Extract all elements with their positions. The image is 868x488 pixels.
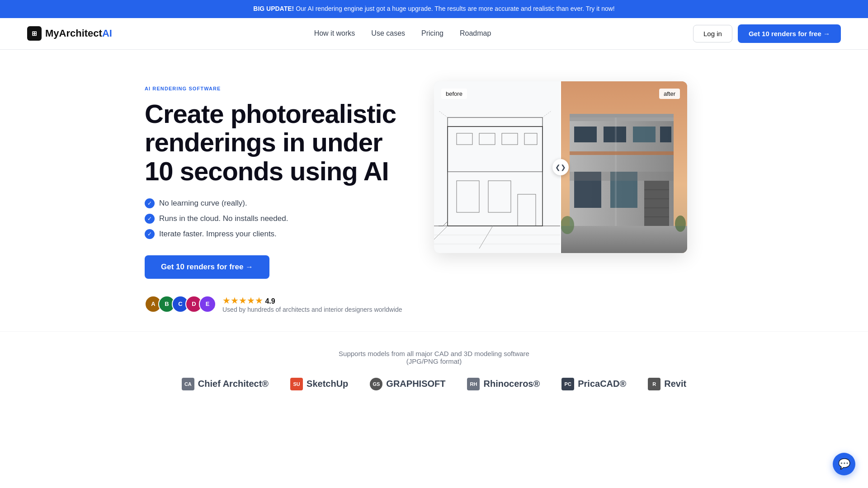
svg-rect-37 bbox=[561, 226, 687, 253]
brand-icon-chief: CA bbox=[182, 378, 194, 390]
svg-rect-31 bbox=[644, 181, 669, 226]
slider-handle[interactable]: ❮❯ bbox=[552, 159, 569, 175]
nav-use-cases[interactable]: Use cases bbox=[371, 29, 405, 37]
feature-2: ✓ Runs in the cloud. No installs needed. bbox=[145, 214, 416, 224]
banner-bold: BIG UPDATE! bbox=[253, 5, 294, 12]
avatar-5: E bbox=[199, 296, 216, 313]
logo-text: MyArchitectAI bbox=[45, 28, 112, 39]
after-label: after bbox=[659, 89, 680, 99]
svg-rect-27 bbox=[633, 127, 656, 142]
navbar: ⊞ MyArchitectAI How it works Use cases P… bbox=[0, 18, 868, 50]
hero-section: AI RENDERING SOFTWARE Create photorealis… bbox=[118, 50, 750, 331]
social-proof: A B C D E ★★★★★ 4.9 Used by hundreds of … bbox=[145, 295, 416, 313]
nav-links: How it works Use cases Pricing Roadmap bbox=[314, 29, 491, 38]
brand-icon-pricacad: PC bbox=[561, 378, 574, 390]
nav-roadmap[interactable]: Roadmap bbox=[460, 29, 491, 37]
before-half bbox=[434, 81, 561, 253]
check-icon-1: ✓ bbox=[145, 198, 155, 208]
announcement-banner: BIG UPDATE! Our AI rendering engine just… bbox=[0, 0, 868, 18]
svg-rect-42 bbox=[570, 151, 674, 155]
brands-row: CA Chief Architect® SU SketchUp GS GRAPH… bbox=[27, 378, 841, 390]
svg-rect-38 bbox=[570, 172, 674, 181]
nav-how-it-works[interactable]: How it works bbox=[314, 29, 355, 37]
after-half bbox=[561, 81, 687, 253]
rating-block: ★★★★★ 4.9 Used by hundreds of architects… bbox=[222, 295, 402, 313]
brand-icon-rhino: RH bbox=[467, 378, 480, 390]
hero-cta-button[interactable]: Get 10 renders for free → bbox=[145, 255, 269, 279]
hero-right: ❮❯ before after bbox=[434, 81, 687, 253]
avatars: A B C D E bbox=[145, 296, 216, 313]
brand-icon-graphisoft: GS bbox=[370, 378, 382, 390]
svg-rect-24 bbox=[570, 117, 674, 121]
svg-rect-25 bbox=[574, 127, 597, 142]
svg-rect-0 bbox=[434, 81, 561, 253]
stars-icon: ★★★★★ bbox=[222, 296, 263, 305]
nav-cta-button[interactable]: Get 10 renders for free → bbox=[738, 24, 841, 43]
hero-left: AI RENDERING SOFTWARE Create photorealis… bbox=[145, 77, 416, 313]
rating-score: 4.9 bbox=[265, 297, 275, 305]
feature-1: ✓ No learning curve (really). bbox=[145, 198, 416, 208]
before-label: before bbox=[441, 89, 467, 99]
brand-icon-revit: R bbox=[648, 378, 660, 390]
svg-point-41 bbox=[675, 216, 686, 232]
brand-rhinoceros: RH Rhinoceros® bbox=[467, 378, 540, 390]
login-button[interactable]: Log in bbox=[693, 25, 732, 42]
hero-title: Create photorealistic renderings in unde… bbox=[145, 99, 416, 186]
svg-point-40 bbox=[561, 216, 574, 234]
brand-chief-architect: CA Chief Architect® bbox=[182, 378, 269, 390]
stars-row: ★★★★★ 4.9 bbox=[222, 295, 402, 306]
svg-rect-28 bbox=[660, 127, 671, 142]
hero-badge: AI RENDERING SOFTWARE bbox=[145, 86, 416, 91]
svg-rect-39 bbox=[615, 117, 617, 226]
brand-revit: R Revit bbox=[648, 378, 686, 390]
before-after-container: ❮❯ before after bbox=[434, 81, 687, 253]
brand-sketchup: SU SketchUp bbox=[290, 378, 348, 390]
brand-icon-sketchup: SU bbox=[290, 378, 303, 390]
rating-text: Used by hundreds of architects and inter… bbox=[222, 306, 402, 313]
brands-subtitle: Supports models from all major CAD and 3… bbox=[27, 350, 841, 365]
brands-section: Supports models from all major CAD and 3… bbox=[0, 331, 868, 399]
banner-text: Our AI rendering engine just got a huge … bbox=[296, 5, 615, 12]
nav-pricing[interactable]: Pricing bbox=[421, 29, 443, 37]
logo-link[interactable]: ⊞ MyArchitectAI bbox=[27, 26, 112, 41]
hero-features: ✓ No learning curve (really). ✓ Runs in … bbox=[145, 198, 416, 239]
nav-actions: Log in Get 10 renders for free → bbox=[693, 24, 841, 43]
feature-3: ✓ Iterate faster. Impress your clients. bbox=[145, 229, 416, 239]
check-icon-2: ✓ bbox=[145, 214, 155, 224]
brand-graphisoft: GS GRAPHISOFT bbox=[370, 378, 445, 390]
logo-icon: ⊞ bbox=[27, 26, 42, 41]
svg-rect-36 bbox=[570, 114, 674, 117]
brand-pricacad: PC PricaCAD® bbox=[561, 378, 626, 390]
check-icon-3: ✓ bbox=[145, 229, 155, 239]
